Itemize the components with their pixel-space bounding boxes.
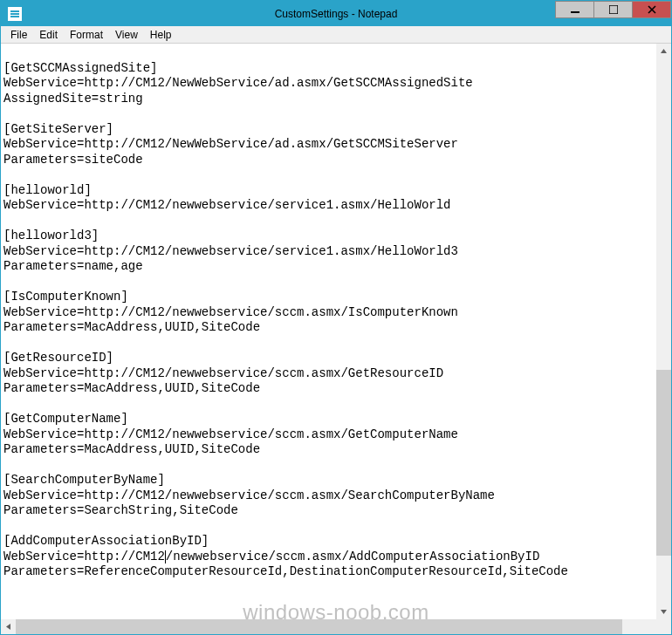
menubar: File Edit Format View Help xyxy=(1,26,671,43)
text-editor[interactable]: [GetSCCMAssignedSite] WebService=http://… xyxy=(3,45,656,619)
horizontal-scrollbar[interactable] xyxy=(1,619,656,634)
scroll-up-button[interactable] xyxy=(656,44,671,58)
menu-view[interactable]: View xyxy=(109,28,144,42)
scroll-left-button[interactable] xyxy=(1,619,16,634)
client-area: [GetSCCMAssignedSite] WebService=http://… xyxy=(1,43,671,634)
vertical-scroll-track[interactable] xyxy=(656,58,671,604)
vertical-scrollbar[interactable] xyxy=(656,44,671,619)
menu-format[interactable]: Format xyxy=(64,28,109,42)
window-title: CustomSettings - Notepad xyxy=(1,8,671,20)
size-grip[interactable] xyxy=(656,619,671,634)
scroll-down-button[interactable] xyxy=(656,604,671,619)
svg-marker-6 xyxy=(6,624,10,630)
vertical-scroll-thumb[interactable] xyxy=(656,370,671,556)
menu-edit[interactable]: Edit xyxy=(33,28,64,42)
notepad-window: CustomSettings - Notepad File Edit Forma… xyxy=(0,0,672,635)
menu-file[interactable]: File xyxy=(4,28,33,42)
titlebar[interactable]: CustomSettings - Notepad xyxy=(1,1,671,26)
svg-marker-4 xyxy=(661,49,667,53)
svg-marker-5 xyxy=(661,610,667,614)
horizontal-scroll-thumb[interactable] xyxy=(16,619,622,634)
menu-help[interactable]: Help xyxy=(144,28,178,42)
horizontal-scroll-track[interactable] xyxy=(16,619,641,634)
